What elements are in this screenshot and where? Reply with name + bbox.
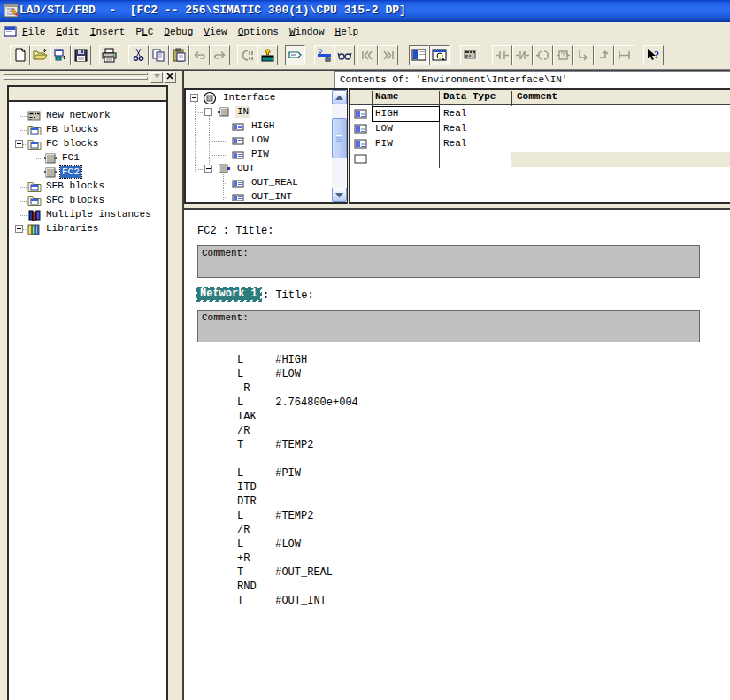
help-button[interactable]: ? [643, 45, 664, 65]
open-button[interactable] [30, 45, 50, 65]
interface-tree-item[interactable]: OUT_REAL [188, 176, 331, 190]
tree-item[interactable]: Libraries [9, 222, 166, 236]
panel-dropdown-button[interactable] [150, 72, 163, 83]
new-document-button[interactable] [10, 45, 30, 65]
interface-item-label[interactable]: Interface [221, 92, 277, 104]
tree-item-label[interactable]: FC2 [60, 166, 81, 178]
collapse-toggle[interactable] [190, 94, 198, 102]
column-header-name[interactable]: Name [375, 91, 398, 102]
network-label[interactable]: Network 1 [196, 287, 262, 302]
interface-tree-item[interactable]: Interface [188, 91, 331, 105]
block-title[interactable]: FC2 : Title: [197, 225, 273, 237]
interface-item-label[interactable]: OUT [235, 163, 257, 174]
redo-button[interactable] [210, 45, 230, 65]
expand-toggle[interactable] [15, 225, 23, 233]
interface-tree-scrollbar[interactable] [332, 90, 347, 202]
tree-item[interactable]: New network [9, 109, 166, 123]
cell-name[interactable]: PIW [375, 138, 393, 149]
new-network-button[interactable] [460, 45, 480, 65]
collapse-toggle[interactable] [204, 108, 212, 116]
cell-data-type[interactable]: Real [443, 138, 466, 149]
print-button[interactable] [99, 45, 119, 65]
paste-button[interactable] [169, 45, 189, 65]
monitor-button[interactable] [314, 45, 334, 65]
open-branch-button[interactable] [573, 45, 594, 65]
contact-nc-button[interactable] [512, 45, 533, 65]
collapse-toggle[interactable] [15, 140, 23, 148]
close-branch-button[interactable] [594, 45, 614, 65]
address-format-button[interactable] [237, 45, 257, 65]
tree-item[interactable]: Multiple instances [9, 208, 166, 222]
scroll-down-button[interactable] [332, 188, 347, 202]
interface-item-label[interactable]: LOW [250, 135, 271, 146]
tree-item[interactable]: FC2 [9, 165, 166, 180]
interface-tree-item[interactable]: HIGH [188, 119, 331, 134]
menu-item[interactable]: Window [289, 25, 325, 39]
cell-name[interactable]: LOW [375, 123, 393, 134]
tree-item[interactable]: FC1 [9, 151, 166, 165]
panel-grip[interactable] [3, 73, 148, 75]
tree-item-label[interactable]: Multiple instances [44, 209, 153, 220]
table-row[interactable]: LOW Real [350, 122, 730, 137]
interface-item-label[interactable]: OUT_INT [250, 191, 294, 201]
menu-item[interactable]: Options [238, 25, 279, 39]
stl-code[interactable]: L #HIGH L #LOW -R L 2.764800e+004 TAK /R… [237, 353, 358, 608]
table-row[interactable] [350, 152, 730, 167]
block-comment-box[interactable]: Comment: [197, 245, 700, 278]
interface-item-label[interactable]: HIGH [250, 120, 276, 132]
tree-item-label[interactable]: FB blocks [44, 124, 100, 135]
previous-error-button[interactable] [357, 45, 378, 65]
next-error-button[interactable] [378, 45, 398, 65]
undo-button[interactable] [189, 45, 210, 65]
interface-item-label[interactable]: PIW [250, 149, 271, 160]
table-row[interactable]: HIGH Real [350, 107, 730, 122]
cell-data-type[interactable]: Real [443, 123, 466, 134]
interface-tree-item[interactable]: LOW [188, 134, 331, 148]
cell-name[interactable]: HIGH [375, 108, 398, 119]
glasses-button[interactable] [334, 45, 355, 65]
network-comment-box[interactable]: Comment: [197, 310, 700, 342]
column-header-comment[interactable]: Comment [517, 91, 557, 102]
menu-item[interactable]: Insert [90, 25, 126, 39]
open-online-button[interactable] [50, 45, 71, 65]
interface-tree-item[interactable]: PIW [188, 148, 331, 162]
empty-box-button[interactable] [553, 45, 573, 65]
column-header-data-type[interactable]: Data Type [443, 91, 496, 102]
tree-item[interactable]: FC blocks [9, 137, 166, 151]
menu-item[interactable]: Help [335, 25, 358, 39]
tree-item-label[interactable]: New network [44, 110, 112, 121]
copy-button[interactable] [149, 45, 169, 65]
tree-item-label[interactable]: Libraries [44, 223, 100, 235]
menu-item[interactable]: View [204, 25, 227, 39]
interface-tree-item[interactable]: OUT_INT [188, 190, 331, 201]
interface-tree-item[interactable]: IN [188, 105, 331, 119]
tree-item[interactable]: SFC blocks [9, 194, 166, 208]
stl-editor[interactable]: FC2 : Title: Comment: Network 1 : Title:… [182, 208, 730, 700]
tree-item[interactable]: FB blocks [9, 123, 166, 137]
cell-data-type[interactable]: Real [443, 108, 466, 119]
save-button[interactable] [71, 45, 91, 65]
symbol-information-button[interactable] [285, 45, 305, 65]
mdi-child-icon[interactable] [4, 26, 17, 38]
menu-item[interactable]: PLC [135, 25, 153, 39]
interface-item-label[interactable]: IN [235, 106, 250, 118]
interface-item-label[interactable]: OUT_REAL [250, 177, 300, 188]
horizontal-line-button[interactable] [614, 45, 634, 65]
tree-item-label[interactable]: SFB blocks [44, 181, 106, 192]
menu-item[interactable]: Debug [164, 25, 193, 39]
scroll-up-button[interactable] [332, 90, 347, 104]
collapse-toggle[interactable] [204, 165, 212, 173]
panel-close-button[interactable] [164, 72, 176, 83]
download-button[interactable] [257, 45, 278, 65]
panel-grip[interactable] [3, 77, 148, 80]
tree-item-label[interactable]: FC1 [60, 152, 81, 164]
overview-toggle-button[interactable] [409, 45, 429, 65]
tree-item-label[interactable]: FC blocks [44, 138, 100, 150]
coil-button[interactable] [533, 45, 553, 65]
table-row[interactable]: PIW Real [350, 137, 730, 152]
detail-view-toggle-button[interactable] [429, 45, 450, 65]
contact-no-button[interactable] [492, 45, 512, 65]
interface-tree-item[interactable]: OUT [188, 162, 331, 176]
menu-item[interactable]: File [22, 25, 45, 39]
menu-item[interactable]: Edit [56, 25, 79, 39]
